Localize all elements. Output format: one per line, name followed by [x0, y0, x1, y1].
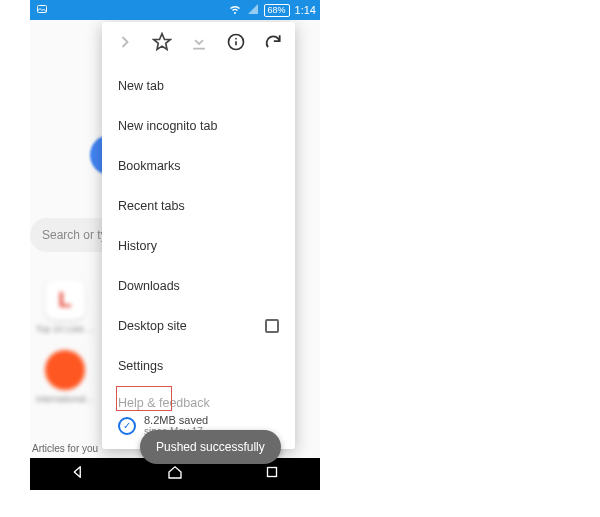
menu-settings[interactable]: Settings [102, 346, 295, 386]
refresh-icon[interactable] [263, 32, 283, 56]
menu-item-label: Bookmarks [118, 159, 181, 173]
back-button[interactable] [69, 463, 87, 485]
picture-icon [36, 3, 48, 17]
signal-icon [247, 3, 259, 17]
menu-new-incognito[interactable]: New incognito tab [102, 106, 295, 146]
toast-message: Pushed successfully [140, 430, 281, 464]
download-icon[interactable] [189, 32, 209, 56]
menu-history[interactable]: History [102, 226, 295, 266]
status-bar: 68% 1:14 [30, 0, 320, 20]
wifi-icon [228, 3, 242, 17]
menu-downloads[interactable]: Downloads [102, 266, 295, 306]
menu-item-label: Recent tabs [118, 199, 185, 213]
suggestion-tile[interactable]: L Top 10 Lists ... [36, 280, 94, 334]
star-icon[interactable] [152, 32, 172, 56]
overflow-menu: New tab New incognito tab Bookmarks Rece… [102, 22, 295, 449]
clock: 1:14 [295, 4, 316, 16]
phone-frame: 68% 1:14 Search or ty L Top 10 Lists ...… [30, 0, 320, 517]
menu-item-label: History [118, 239, 157, 253]
menu-toolbar [102, 22, 295, 66]
menu-item-label: New incognito tab [118, 119, 217, 133]
tile-label: Top 10 Lists ... [36, 324, 94, 334]
recents-button[interactable] [263, 463, 281, 485]
forward-icon[interactable] [115, 32, 135, 56]
menu-recent-tabs[interactable]: Recent tabs [102, 186, 295, 226]
articles-header: Articles for you [32, 443, 98, 454]
menu-new-tab[interactable]: New tab [102, 66, 295, 106]
home-button[interactable] [166, 463, 184, 485]
data-saver-icon: ✓ [118, 417, 136, 435]
menu-item-label: Settings [118, 359, 163, 373]
data-saved-amount: 8.2MB saved [144, 414, 208, 426]
menu-item-label: New tab [118, 79, 164, 93]
svg-point-3 [235, 38, 237, 40]
suggestion-tile[interactable]: International... [36, 350, 93, 404]
info-icon[interactable] [226, 32, 246, 56]
menu-item-label: Downloads [118, 279, 180, 293]
battery-indicator: 68% [264, 4, 290, 17]
menu-item-label: Desktop site [118, 319, 187, 333]
menu-item-label: Help & feedback [118, 396, 210, 410]
browser-content: Search or ty L Top 10 Lists ... Internat… [30, 20, 320, 490]
svg-rect-4 [267, 468, 276, 477]
menu-help[interactable]: Help & feedback [102, 386, 295, 412]
menu-bookmarks[interactable]: Bookmarks [102, 146, 295, 186]
menu-desktop-site[interactable]: Desktop site [102, 306, 295, 346]
desktop-site-checkbox[interactable] [265, 319, 279, 333]
tile-label: International... [36, 394, 93, 404]
